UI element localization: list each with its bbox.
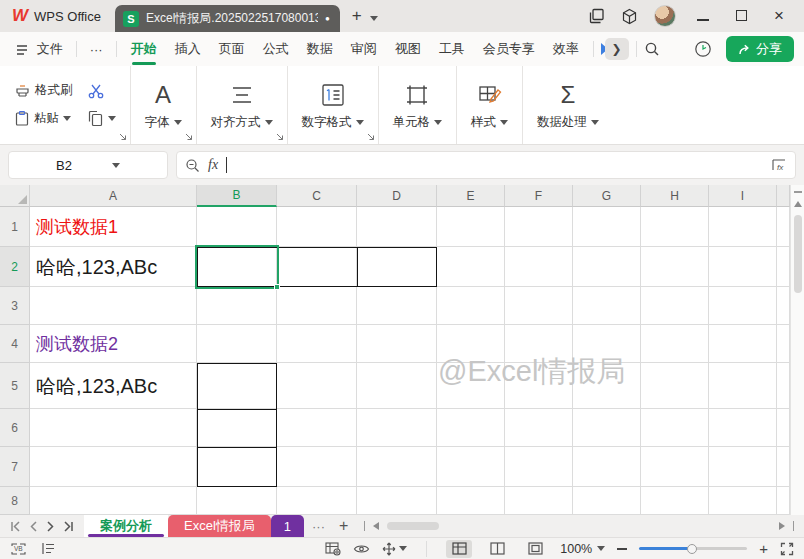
add-sheet-button[interactable]: + [333,515,354,537]
split-handle-icon[interactable] [794,191,802,193]
cells-group[interactable]: 单元格 [378,66,457,144]
column-header-H[interactable]: H [641,185,709,207]
new-tab-button[interactable]: + [352,6,362,26]
cell-E3[interactable] [437,287,505,325]
column-header-G[interactable]: G [573,185,641,207]
vertical-scrollbar[interactable] [790,185,804,515]
scroll-right-arrow-icon[interactable] [779,522,785,530]
cell-partial-4[interactable] [777,325,790,363]
tab-list-chevron-icon[interactable] [370,9,378,24]
expand-tabs-button[interactable]: ❯ [605,38,629,60]
cell-F6[interactable] [505,409,573,447]
user-avatar[interactable] [654,5,676,27]
alignment-dialog-launcher[interactable] [276,133,284,141]
cell-G6[interactable] [573,409,641,447]
wps-home-button[interactable]: W WPS Office [0,0,115,32]
cell-A2[interactable]: 哈哈,123,ABc [30,247,197,287]
number-format-dialog-launcher[interactable] [367,133,375,141]
tab-data[interactable]: 数据 [300,35,340,63]
cell-F7[interactable] [505,447,573,487]
cell-G8[interactable] [573,487,641,515]
cell-D4[interactable] [357,325,437,363]
clipboard-dialog-launcher[interactable] [119,133,127,141]
column-header-C[interactable]: C [277,185,357,207]
cell-C7[interactable] [277,447,357,487]
cell-I3[interactable] [709,287,777,325]
cell-A6[interactable] [30,409,197,447]
fx-icon[interactable]: fx [208,157,218,173]
zoom-slider-thumb[interactable] [687,544,697,554]
outline-view-icon[interactable] [41,542,56,555]
cell-B3[interactable] [197,287,277,325]
cell-C5[interactable] [277,363,357,409]
cell-partial-8[interactable] [777,487,790,515]
sheet-tab-1[interactable]: 1 [271,515,304,537]
tab-home[interactable]: 开始 [124,35,164,63]
cell-D3[interactable] [357,287,437,325]
cell-E7[interactable] [437,447,505,487]
column-header-E[interactable]: E [437,185,505,207]
cell-G7[interactable] [573,447,641,487]
document-tab[interactable]: S Excel情报局.2025022517080013 ● [115,5,340,32]
cell-A1[interactable]: 测试数据1 [30,207,197,247]
cell-E6[interactable] [437,409,505,447]
cell-C3[interactable] [277,287,357,325]
row-header-4[interactable]: 4 [0,325,30,363]
column-header-A[interactable]: A [30,185,197,207]
horizontal-scrollbar[interactable] [354,515,804,537]
vertical-scroll-thumb[interactable] [794,215,802,293]
more-menus-button[interactable]: ··· [84,38,109,61]
horizontal-scroll-thumb[interactable] [387,522,439,530]
scroll-left-arrow-icon[interactable] [373,522,379,530]
maximize-button[interactable] [730,9,752,24]
tab-member[interactable]: 会员专享 [476,35,542,63]
cell-I8[interactable] [709,487,777,515]
sheet-tab-case-analysis[interactable]: 案例分析 [84,515,168,537]
cell-E2[interactable] [437,247,505,287]
cell-C4[interactable] [277,325,357,363]
search-icon[interactable] [644,41,660,57]
cell-H7[interactable] [641,447,709,487]
cell-C6[interactable] [277,409,357,447]
column-header-partial[interactable] [777,185,790,207]
tab-tools[interactable]: 工具 [432,35,472,63]
cell-F8[interactable] [505,487,573,515]
macro-record-icon[interactable]: VB [10,542,27,556]
cell-B1[interactable] [197,207,277,247]
select-all-corner[interactable] [0,185,30,207]
column-header-D[interactable]: D [357,185,437,207]
tab-formulas[interactable]: 公式 [256,35,296,63]
cell-F3[interactable] [505,287,573,325]
cell-D6[interactable] [357,409,437,447]
cell-partial-2[interactable] [777,247,790,287]
cell-H2[interactable] [641,247,709,287]
cell-D1[interactable] [357,207,437,247]
column-header-F[interactable]: F [505,185,573,207]
file-menu[interactable]: 文件 [10,36,69,62]
zoom-in-button[interactable]: + [759,541,768,556]
zoom-out-button[interactable] [617,548,627,550]
close-button[interactable]: × [768,6,790,26]
number-format-group[interactable]: 数字格式 [287,66,378,144]
row-header-2[interactable]: 2 [0,247,30,287]
row-header-5[interactable]: 5 [0,363,30,409]
tab-view[interactable]: 视图 [388,35,428,63]
cell-G2[interactable] [573,247,641,287]
cell-A4[interactable]: 测试数据2 [30,325,197,363]
cell-F1[interactable] [505,207,573,247]
column-header-B[interactable]: B [197,185,277,207]
cell-partial-1[interactable] [777,207,790,247]
cell-H1[interactable] [641,207,709,247]
next-sheet-icon[interactable] [46,521,55,532]
cell-partial-5[interactable] [777,363,790,409]
cell-D8[interactable] [357,487,437,515]
tab-review[interactable]: 审阅 [344,35,384,63]
cell-partial-6[interactable] [777,409,790,447]
cell-H6[interactable] [641,409,709,447]
cell-D5[interactable] [357,363,437,409]
cell-H3[interactable] [641,287,709,325]
tab-efficiency[interactable]: 效率 [546,35,586,63]
integrations-cube-icon[interactable] [621,8,638,25]
cell-I4[interactable] [709,325,777,363]
cell-E1[interactable] [437,207,505,247]
